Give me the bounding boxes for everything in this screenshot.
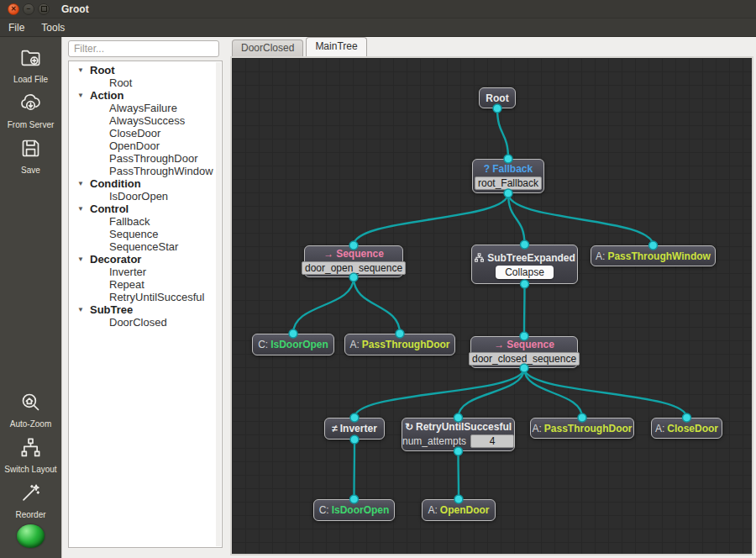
palette-item-sequence[interactable]: Sequence xyxy=(69,228,222,240)
port-top-retry[interactable] xyxy=(454,413,463,422)
palette-item-passthroughwindow[interactable]: PassThroughWindow xyxy=(69,165,222,177)
palette-item-root[interactable]: Root xyxy=(69,76,222,89)
param-label: num_attempts xyxy=(402,435,466,447)
collapse-arrow-icon[interactable]: ▼ xyxy=(77,306,90,313)
palette-item-doorclosed[interactable]: DoorClosed xyxy=(69,316,222,329)
palette-item-retryuntilsuccesful[interactable]: RetryUntilSuccesful xyxy=(69,291,222,303)
subtree-icon xyxy=(474,250,485,264)
palette-item-fallback[interactable]: Fallback xyxy=(69,215,222,228)
title-bar: ✕ − Groot xyxy=(0,0,756,18)
port-top-subtree[interactable] xyxy=(521,240,529,249)
auto-zoom-icon xyxy=(19,391,42,417)
param-input[interactable]: 4 xyxy=(470,434,514,448)
palette-item-alwaysfailure[interactable]: AlwaysFailure xyxy=(69,102,222,114)
load-file-button[interactable]: Load File xyxy=(0,42,61,87)
palette-category-action[interactable]: ▼Action xyxy=(69,89,222,102)
collapse-arrow-icon[interactable]: ▼ xyxy=(77,66,90,74)
collapse-arrow-icon[interactable]: ▼ xyxy=(77,255,90,263)
port-top-ptd-1[interactable] xyxy=(396,329,404,338)
window-controls: ✕ − xyxy=(8,3,50,15)
node-type-prefix: A: xyxy=(428,504,437,516)
collapse-button[interactable]: Collapse xyxy=(496,266,554,279)
port-top-ptw[interactable] xyxy=(649,241,658,250)
palette-category-condition[interactable]: ▼Condition xyxy=(69,177,222,190)
node-title: A:PassThroughDoor xyxy=(533,423,633,434)
port-top-isdooropen-1[interactable] xyxy=(289,329,297,338)
palette-category-label: Root xyxy=(90,64,115,76)
window-maximize-icon[interactable] xyxy=(38,3,50,15)
palette-scrollbar[interactable] xyxy=(216,62,221,546)
palette-item-isdooropen[interactable]: IsDoorOpen xyxy=(69,190,222,203)
port-top-fallback[interactable] xyxy=(504,155,512,163)
tab-maintree[interactable]: MainTree xyxy=(306,37,366,56)
port-bottom-inverter[interactable] xyxy=(350,435,359,444)
node-seq-closed[interactable]: →Sequencedoor_closed_sequence xyxy=(470,336,578,368)
filter-input[interactable] xyxy=(68,40,219,57)
port-top-closedoor[interactable] xyxy=(683,413,691,422)
port-top-opendoor[interactable] xyxy=(454,495,463,503)
node-title: ↻RetryUntilSuccesful xyxy=(405,421,512,433)
palette-category-subtree[interactable]: ▼SubTree xyxy=(69,303,222,316)
port-bottom-retry[interactable] xyxy=(454,447,463,455)
toolbar-button-label: Switch Layout xyxy=(4,465,56,474)
node-title-text: IsDoorOpen xyxy=(332,504,390,516)
switch-layout-icon xyxy=(19,436,42,462)
window-minimize-icon[interactable]: − xyxy=(23,3,34,15)
palette-category-label: Condition xyxy=(90,177,141,190)
port-top-isdooropen-2[interactable] xyxy=(350,495,359,503)
palette-category-control[interactable]: ▼Control xyxy=(69,203,222,215)
from-server-button[interactable]: From Server xyxy=(0,87,61,133)
menu-file[interactable]: File xyxy=(0,20,33,35)
port-bottom-root[interactable] xyxy=(493,104,501,113)
toolbar-button-label: From Server xyxy=(8,120,55,129)
port-top-inverter[interactable] xyxy=(350,413,359,422)
palette-item-closedoor[interactable]: CloseDoor xyxy=(69,127,222,140)
port-top-ptd-2[interactable] xyxy=(578,413,586,422)
switch-layout-button[interactable]: Switch Layout xyxy=(0,432,61,477)
node-type-prefix: A: xyxy=(655,423,664,434)
port-bottom-seq-closed[interactable] xyxy=(520,364,528,372)
palette-item-opendoor[interactable]: OpenDoor xyxy=(69,140,222,152)
node-name-field[interactable]: root_Fallback xyxy=(475,176,542,190)
palette-category-decorator[interactable]: ▼Decorator xyxy=(69,253,222,266)
save-button[interactable]: Save xyxy=(0,133,61,178)
auto-zoom-button[interactable]: Auto-Zoom xyxy=(0,387,61,432)
palette-item-alwayssuccess[interactable]: AlwaysSuccess xyxy=(69,114,222,127)
palette-item-inverter[interactable]: Inverter xyxy=(69,266,222,278)
palette-tree-list: ▼RootRoot▼ActionAlwaysFailureAlwaysSucce… xyxy=(68,61,223,548)
collapse-arrow-icon[interactable]: ▼ xyxy=(77,205,90,213)
node-retry[interactable]: ↻RetryUntilSuccesfulnum_attempts4 xyxy=(402,418,515,451)
port-bottom-seq-open[interactable] xyxy=(349,273,358,282)
collapse-arrow-icon[interactable]: ▼ xyxy=(77,92,90,99)
menu-tools[interactable]: Tools xyxy=(33,20,73,35)
palette-item-passthroughdoor[interactable]: PassThroughDoor xyxy=(69,152,222,165)
node-type-prefix: A: xyxy=(533,423,542,434)
node-type-prefix: A: xyxy=(596,250,605,262)
not-equal-icon: ≠ xyxy=(332,423,338,434)
toolbar-top-group: Load FileFrom ServerSave xyxy=(0,42,61,178)
port-top-seq-open[interactable] xyxy=(349,241,358,250)
from-server-icon xyxy=(19,92,42,118)
reorder-button[interactable]: Reorder xyxy=(0,477,61,523)
behavior-tree-canvas[interactable]: Root?Fallbackroot_Fallback→Sequencedoor_… xyxy=(230,56,753,555)
tab-doorclosed[interactable]: DoorClosed xyxy=(232,39,303,56)
toolbar-button-label: Auto-Zoom xyxy=(10,419,51,429)
node-title-text: IsDoorOpen xyxy=(270,339,328,350)
port-bottom-fallback[interactable] xyxy=(504,189,512,197)
collapse-arrow-icon[interactable]: ▼ xyxy=(77,180,90,187)
node-fallback[interactable]: ?Fallbackroot_Fallback xyxy=(472,159,544,193)
palette-category-label: Control xyxy=(90,203,129,215)
palette-category-root[interactable]: ▼Root xyxy=(69,64,222,76)
node-subtree[interactable]: SubTreeExpandedCollapse xyxy=(471,245,578,284)
node-title: ?Fallback xyxy=(484,163,533,175)
node-palette-panel: ▼RootRoot▼ActionAlwaysFailureAlwaysSucce… xyxy=(61,37,229,558)
port-bottom-subtree[interactable] xyxy=(521,280,529,288)
window-close-icon[interactable]: ✕ xyxy=(8,3,19,15)
node-seq-open[interactable]: →Sequencedoor_open_sequence xyxy=(304,245,403,277)
palette-item-sequencestar[interactable]: SequenceStar xyxy=(69,240,222,253)
port-top-seq-closed[interactable] xyxy=(520,332,528,340)
palette-item-repeat[interactable]: Repeat xyxy=(69,278,222,291)
node-title: SubTreeExpanded xyxy=(474,250,575,264)
retry-icon: ↻ xyxy=(405,421,413,433)
tab-bar: DoorClosedMainTree xyxy=(229,37,367,56)
